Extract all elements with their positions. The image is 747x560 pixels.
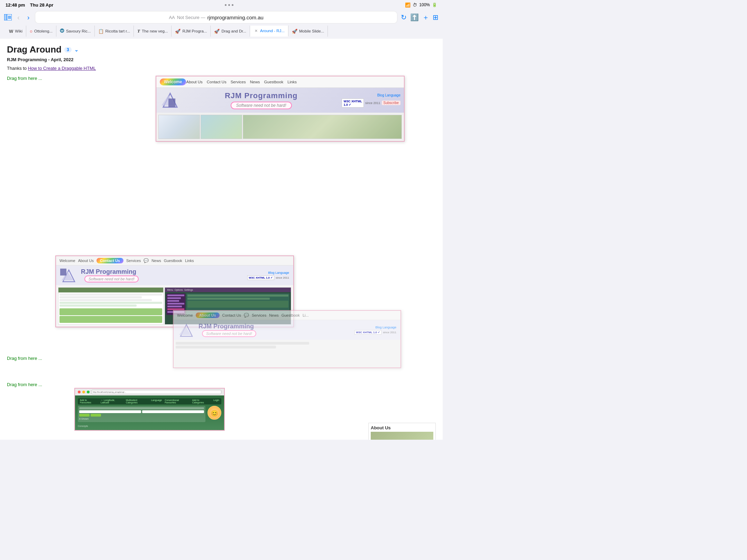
ricotta-tab-icon: 📋	[98, 29, 104, 34]
tab-rjmprog1[interactable]: 🚀 RJM Progra...	[172, 26, 211, 37]
drag-label-1: Drag from here ...	[7, 76, 138, 81]
ss3-links: Li...	[303, 313, 309, 317]
ss1-services: Services	[231, 80, 246, 84]
around-tab-close[interactable]: ✕	[253, 28, 258, 33]
pbt-concept: Concepts	[78, 425, 88, 427]
dot2	[228, 4, 230, 6]
tab-newveg[interactable]: T The new veg...	[134, 26, 172, 37]
tab-mobileslide-label: Mobile Slide...	[299, 29, 324, 33]
lock-icon: ⏱	[413, 2, 417, 8]
page-content: Drag Around 3 ⌄ RJM Programming - April,…	[0, 39, 443, 440]
ss1-title-area: RJM Programming Software need not be har…	[184, 91, 338, 109]
version-badge: 3	[64, 47, 72, 53]
tab-mobileslide[interactable]: 🚀 Mobile Slide...	[288, 26, 328, 37]
tabs-overview-button[interactable]: ⊞	[433, 13, 439, 21]
pbt-nav: http://localhost/rjmprog_prog/prog/...	[75, 389, 224, 395]
ss1-news: News	[250, 80, 260, 84]
pbt-smiley: 😊	[208, 406, 221, 420]
ss3-services: Services	[252, 313, 266, 317]
page-meta: RJM Programming - April, 2022	[7, 57, 436, 62]
browser-chrome: ‹ › AA Not Secure — rjmprogramming.com.a…	[0, 10, 443, 39]
ss2-site-title: RJM Programming	[81, 268, 139, 276]
new-tab-button[interactable]: ＋	[422, 13, 429, 22]
address-bar[interactable]: AA Not Secure — rjmprogramming.com.au	[35, 11, 397, 24]
pbt-input-1[interactable]	[79, 410, 141, 413]
left-column: Drag from here ...	[7, 76, 145, 283]
battery-percent: 100%	[419, 2, 430, 7]
ss3-content	[174, 340, 400, 367]
ss2-table-panel	[58, 287, 164, 325]
share-button[interactable]: ⬆️	[410, 13, 419, 21]
svg-rect-10	[168, 99, 175, 107]
ss1-thumbs-row	[156, 113, 404, 141]
ss2-news: News	[151, 259, 161, 263]
ss3-right: Blog Language W3C XHTML 1.0 ✓ since 2011	[354, 326, 396, 335]
about-us-thumb	[371, 432, 433, 440]
tab-around[interactable]: ✕ Around - RJ...	[250, 26, 288, 37]
page-layout: Drag from here ... Welcome About Us Cont…	[7, 76, 436, 283]
ss3-chat-icon: 💬	[244, 313, 249, 318]
tab-newveg-label: The new veg...	[142, 29, 168, 33]
pbt-btn1[interactable]	[79, 414, 90, 417]
sidebar-toggle-button[interactable]	[4, 14, 12, 20]
pbt-main-content: 8 Shown	[78, 406, 205, 422]
mobileslide-tab-icon: 🚀	[292, 29, 297, 34]
screenshot-1[interactable]: Welcome About Us Contact Us Services New…	[156, 76, 405, 142]
tab-wiki[interactable]: W Wiki	[6, 26, 26, 37]
date-display: Thu 28 Apr	[30, 2, 53, 8]
pbt-lat: ↔ Longitude, Latitude	[101, 399, 123, 404]
tab-dragdrop[interactable]: 🚀 Drag and Dr...	[211, 26, 250, 37]
screenshot-bottom[interactable]: http://localhost/rjmprog_prog/prog/... A…	[74, 388, 225, 431]
ss1-subscribe: Subscribe	[382, 101, 400, 105]
status-bar: 12:48 pm Thu 28 Apr 📶 ⏱ 100% 🔋	[0, 0, 443, 10]
thanks-link[interactable]: How to Create a Draggable HTML	[28, 66, 96, 71]
pbt-input-2[interactable]	[142, 410, 204, 413]
drag-label-3: Drag from here ...	[7, 382, 436, 387]
status-right: 📶 ⏱ 100% 🔋	[405, 2, 437, 8]
pbt-btn2[interactable]	[91, 414, 101, 417]
ss2-purple-nav: Menu Options Settings	[165, 288, 291, 292]
screenshot-3[interactable]: Welcome About Us Contact Us 💬 Services N…	[173, 310, 401, 368]
tab-around-label: Around - RJ...	[260, 29, 285, 33]
ss1-bloglang: Blog Language	[377, 93, 400, 97]
wiki-tab-icon: W	[9, 29, 13, 34]
ss2-w3c-badge: W3C XHTML 1.0 ✓	[247, 276, 274, 280]
battery-icon: 🔋	[432, 2, 437, 7]
ss2-table-body	[58, 292, 163, 324]
pbt-buttons	[79, 414, 204, 417]
pbt-multicat: Multiselect Categories	[126, 399, 148, 404]
ss2-welcome: Welcome	[59, 259, 75, 263]
tab-ricotta[interactable]: 📋 Ricotta tart r...	[95, 26, 134, 37]
page-title: Drag Around 3 ⌄	[7, 44, 436, 55]
ss1-guestbook: Guestbook	[264, 80, 284, 84]
ss1-header: RJM Programming Software need not be har…	[156, 88, 404, 113]
ss2-header: RJM Programming Software need not be har…	[56, 265, 293, 285]
tab-ottoleng-label: Ottoleng...	[34, 29, 53, 33]
ss2-contact-active: Contact Us	[96, 258, 123, 263]
ss3-about-active: About Us	[196, 312, 220, 318]
ss1-about: About Us	[186, 80, 202, 84]
forward-button[interactable]: ›	[25, 13, 32, 22]
ss1-w3c-badge: W3C XHTML1.0 ✓	[342, 99, 364, 108]
tab-ricotta-label: Ricotta tart r...	[105, 29, 130, 33]
ss1-forest-thumb	[243, 115, 402, 139]
tab-savoury[interactable]: W Savoury Ric...	[56, 26, 95, 37]
back-button[interactable]: ‹	[15, 13, 22, 22]
ss3-header: RJM Programming Software need not be har…	[174, 320, 400, 340]
ss3-w3c: W3C XHTML 1.0 ✓ since 2011	[354, 330, 396, 335]
status-center	[225, 4, 233, 6]
url-text: rjmprogramming.com.au	[207, 15, 264, 20]
right-column: Welcome About Us Contact Us Services New…	[145, 76, 436, 283]
ss3-bloglang: Blog Language	[375, 326, 396, 329]
ss1-thumb1	[158, 115, 200, 139]
aa-text[interactable]: AA	[169, 15, 175, 20]
reload-button[interactable]: ↻	[401, 13, 407, 21]
ss3-contact: Contact Us	[222, 313, 241, 317]
ss2-links: Links	[185, 259, 194, 263]
thanks-line: Thanks to How to Create a Draggable HTML	[7, 66, 436, 71]
thanks-text: Thanks to	[7, 66, 27, 71]
ss3-tagline: Software need not be hard!	[202, 330, 256, 337]
tab-ottoleng[interactable]: ○ Ottoleng...	[26, 26, 56, 37]
ss1-links: Links	[287, 80, 297, 84]
pbt-body: Add to Favourites ↔ Longitude, Latitude …	[75, 395, 224, 430]
